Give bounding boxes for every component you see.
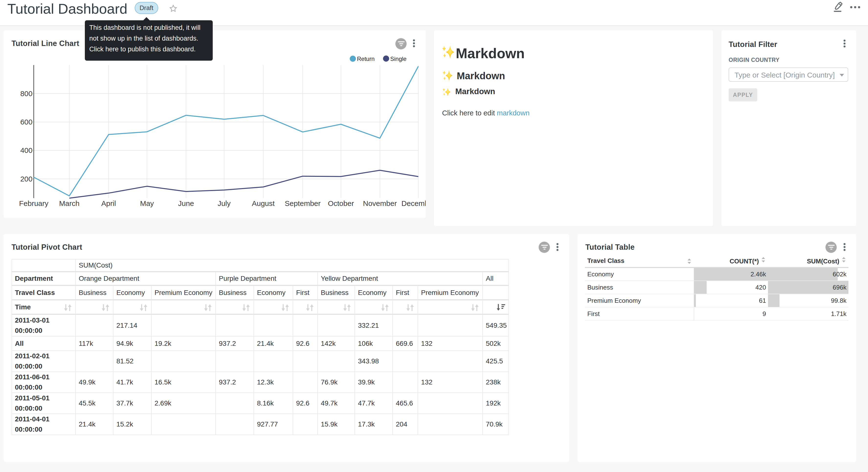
svg-text:June: June xyxy=(178,199,194,207)
svg-text:200: 200 xyxy=(20,175,33,183)
svg-text:April: April xyxy=(101,199,116,207)
svg-text:Return: Return xyxy=(357,56,375,62)
svg-text:800: 800 xyxy=(20,89,33,97)
svg-text:October: October xyxy=(328,199,354,207)
svg-text:March: March xyxy=(59,199,80,207)
svg-text:November: November xyxy=(363,199,397,207)
svg-text:May: May xyxy=(140,199,154,207)
svg-text:July: July xyxy=(218,199,230,207)
svg-text:September: September xyxy=(285,199,321,207)
svg-text:August: August xyxy=(252,199,275,207)
svg-text:600: 600 xyxy=(20,118,33,126)
svg-text:December: December xyxy=(401,199,426,207)
svg-text:Single: Single xyxy=(390,56,407,62)
svg-text:400: 400 xyxy=(20,146,33,154)
svg-text:February: February xyxy=(19,199,49,207)
